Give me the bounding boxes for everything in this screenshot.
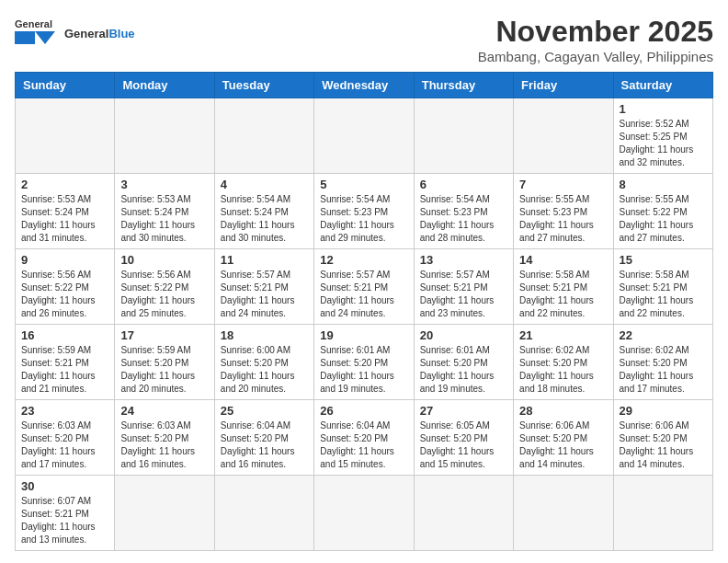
calendar-day-cell: 4Sunrise: 5:54 AM Sunset: 5:24 PM Daylig… — [214, 174, 313, 249]
day-number: 20 — [420, 328, 507, 342]
calendar-day-cell: 21Sunrise: 6:02 AM Sunset: 5:20 PM Dayli… — [514, 325, 613, 400]
day-number: 7 — [519, 178, 607, 191]
calendar-header-row: SundayMondayTuesdayWednesdayThursdayFrid… — [16, 73, 713, 98]
logo-svg: General — [15, 15, 61, 52]
day-info: Sunrise: 6:04 AM Sunset: 5:20 PM Dayligh… — [320, 419, 407, 471]
day-info: Sunrise: 6:03 AM Sunset: 5:20 PM Dayligh… — [21, 419, 108, 471]
day-number: 13 — [420, 253, 507, 267]
calendar-day-cell — [214, 476, 313, 551]
calendar-day-cell — [514, 476, 613, 551]
day-info: Sunrise: 5:57 AM Sunset: 5:21 PM Dayligh… — [320, 269, 407, 320]
calendar-day-cell: 27Sunrise: 6:05 AM Sunset: 5:20 PM Dayli… — [414, 400, 513, 476]
day-number: 12 — [320, 253, 407, 267]
calendar-day-cell: 10Sunrise: 5:56 AM Sunset: 5:22 PM Dayli… — [115, 249, 214, 325]
day-number: 28 — [519, 404, 607, 418]
month-title: November 2025 — [478, 15, 713, 49]
day-number: 10 — [120, 253, 208, 267]
day-number: 25 — [221, 404, 308, 418]
day-info: Sunrise: 5:57 AM Sunset: 5:21 PM Dayligh… — [221, 269, 308, 320]
day-info: Sunrise: 6:06 AM Sunset: 5:20 PM Dayligh… — [519, 419, 607, 471]
day-info: Sunrise: 5:56 AM Sunset: 5:22 PM Dayligh… — [21, 269, 108, 320]
calendar-day-cell: 5Sunrise: 5:54 AM Sunset: 5:23 PM Daylig… — [314, 174, 414, 249]
day-number: 5 — [320, 178, 407, 191]
calendar-day-cell — [115, 98, 214, 174]
day-number: 22 — [620, 328, 707, 342]
day-number: 26 — [320, 404, 407, 418]
day-of-week-header: Friday — [514, 73, 613, 98]
day-info: Sunrise: 5:59 AM Sunset: 5:20 PM Dayligh… — [120, 344, 208, 396]
day-info: Sunrise: 6:02 AM Sunset: 5:20 PM Dayligh… — [620, 344, 707, 396]
calendar-day-cell: 23Sunrise: 6:03 AM Sunset: 5:20 PM Dayli… — [16, 400, 115, 476]
calendar-day-cell: 29Sunrise: 6:06 AM Sunset: 5:20 PM Dayli… — [613, 400, 712, 476]
day-of-week-header: Wednesday — [314, 73, 414, 98]
day-number: 4 — [221, 178, 308, 191]
day-number: 16 — [21, 328, 108, 342]
svg-rect-1 — [15, 31, 35, 44]
calendar-day-cell: 13Sunrise: 5:57 AM Sunset: 5:21 PM Dayli… — [414, 249, 513, 325]
day-number: 23 — [21, 404, 108, 418]
day-number: 17 — [120, 328, 208, 342]
day-number: 2 — [21, 178, 108, 191]
calendar-week-row: 2Sunrise: 5:53 AM Sunset: 5:24 PM Daylig… — [16, 174, 713, 249]
day-info: Sunrise: 6:00 AM Sunset: 5:20 PM Dayligh… — [221, 344, 308, 396]
calendar-day-cell: 11Sunrise: 5:57 AM Sunset: 5:21 PM Dayli… — [214, 249, 313, 325]
day-info: Sunrise: 6:03 AM Sunset: 5:20 PM Dayligh… — [120, 419, 208, 471]
day-of-week-header: Thursday — [414, 73, 513, 98]
day-info: Sunrise: 5:54 AM Sunset: 5:23 PM Dayligh… — [320, 193, 407, 245]
day-info: Sunrise: 5:55 AM Sunset: 5:23 PM Dayligh… — [519, 193, 607, 245]
calendar-day-cell — [16, 98, 115, 174]
day-number: 30 — [21, 479, 108, 493]
calendar-table: SundayMondayTuesdayWednesdayThursdayFrid… — [15, 72, 713, 551]
day-info: Sunrise: 5:53 AM Sunset: 5:24 PM Dayligh… — [21, 193, 108, 245]
day-number: 3 — [120, 178, 208, 191]
day-info: Sunrise: 5:57 AM Sunset: 5:21 PM Dayligh… — [420, 269, 507, 320]
calendar-day-cell: 19Sunrise: 6:01 AM Sunset: 5:20 PM Dayli… — [314, 325, 414, 400]
day-info: Sunrise: 6:02 AM Sunset: 5:20 PM Dayligh… — [519, 344, 607, 396]
calendar-day-cell: 8Sunrise: 5:55 AM Sunset: 5:22 PM Daylig… — [613, 174, 712, 249]
day-number: 9 — [21, 253, 108, 267]
calendar-day-cell: 9Sunrise: 5:56 AM Sunset: 5:22 PM Daylig… — [16, 249, 115, 325]
day-number: 11 — [221, 253, 308, 267]
calendar-day-cell — [613, 476, 712, 551]
calendar-day-cell — [115, 476, 214, 551]
calendar-day-cell: 6Sunrise: 5:54 AM Sunset: 5:23 PM Daylig… — [414, 174, 513, 249]
calendar-day-cell: 16Sunrise: 5:59 AM Sunset: 5:21 PM Dayli… — [16, 325, 115, 400]
day-info: Sunrise: 6:04 AM Sunset: 5:20 PM Dayligh… — [221, 419, 308, 471]
calendar-day-cell: 28Sunrise: 6:06 AM Sunset: 5:20 PM Dayli… — [514, 400, 613, 476]
calendar-week-row: 1Sunrise: 5:52 AM Sunset: 5:25 PM Daylig… — [16, 98, 713, 174]
day-number: 19 — [320, 328, 407, 342]
day-info: Sunrise: 5:54 AM Sunset: 5:23 PM Dayligh… — [420, 193, 507, 245]
calendar-day-cell: 20Sunrise: 6:01 AM Sunset: 5:20 PM Dayli… — [414, 325, 513, 400]
location-subtitle: Bambang, Cagayan Valley, Philippines — [478, 49, 713, 64]
calendar-day-cell: 14Sunrise: 5:58 AM Sunset: 5:21 PM Dayli… — [514, 249, 613, 325]
calendar-week-row: 23Sunrise: 6:03 AM Sunset: 5:20 PM Dayli… — [16, 400, 713, 476]
calendar-day-cell — [414, 98, 513, 174]
calendar-day-cell: 15Sunrise: 5:58 AM Sunset: 5:21 PM Dayli… — [613, 249, 712, 325]
day-of-week-header: Saturday — [613, 73, 712, 98]
day-info: Sunrise: 6:06 AM Sunset: 5:20 PM Dayligh… — [620, 419, 707, 471]
day-number: 29 — [620, 404, 707, 418]
day-number: 6 — [420, 178, 507, 191]
calendar-day-cell: 25Sunrise: 6:04 AM Sunset: 5:20 PM Dayli… — [214, 400, 313, 476]
calendar-week-row: 9Sunrise: 5:56 AM Sunset: 5:22 PM Daylig… — [16, 249, 713, 325]
calendar-week-row: 30Sunrise: 6:07 AM Sunset: 5:21 PM Dayli… — [16, 476, 713, 551]
calendar-week-row: 16Sunrise: 5:59 AM Sunset: 5:21 PM Dayli… — [16, 325, 713, 400]
svg-text:General: General — [15, 18, 52, 29]
calendar-day-cell: 17Sunrise: 5:59 AM Sunset: 5:20 PM Dayli… — [115, 325, 214, 400]
calendar-day-cell: 2Sunrise: 5:53 AM Sunset: 5:24 PM Daylig… — [16, 174, 115, 249]
day-number: 8 — [620, 178, 707, 191]
day-info: Sunrise: 6:01 AM Sunset: 5:20 PM Dayligh… — [320, 344, 407, 396]
calendar-day-cell — [314, 98, 414, 174]
calendar-day-cell — [314, 476, 414, 551]
calendar-day-cell: 24Sunrise: 6:03 AM Sunset: 5:20 PM Dayli… — [115, 400, 214, 476]
calendar-day-cell — [214, 98, 313, 174]
day-info: Sunrise: 5:56 AM Sunset: 5:22 PM Dayligh… — [120, 269, 208, 320]
title-area: November 2025 Bambang, Cagayan Valley, P… — [478, 15, 713, 64]
calendar-day-cell — [414, 476, 513, 551]
logo-label: GeneralBlue — [64, 27, 135, 40]
calendar-day-cell: 22Sunrise: 6:02 AM Sunset: 5:20 PM Dayli… — [613, 325, 712, 400]
day-number: 14 — [519, 253, 607, 267]
day-info: Sunrise: 5:58 AM Sunset: 5:21 PM Dayligh… — [620, 269, 707, 320]
calendar-day-cell: 3Sunrise: 5:53 AM Sunset: 5:24 PM Daylig… — [115, 174, 214, 249]
day-info: Sunrise: 5:58 AM Sunset: 5:21 PM Dayligh… — [519, 269, 607, 320]
